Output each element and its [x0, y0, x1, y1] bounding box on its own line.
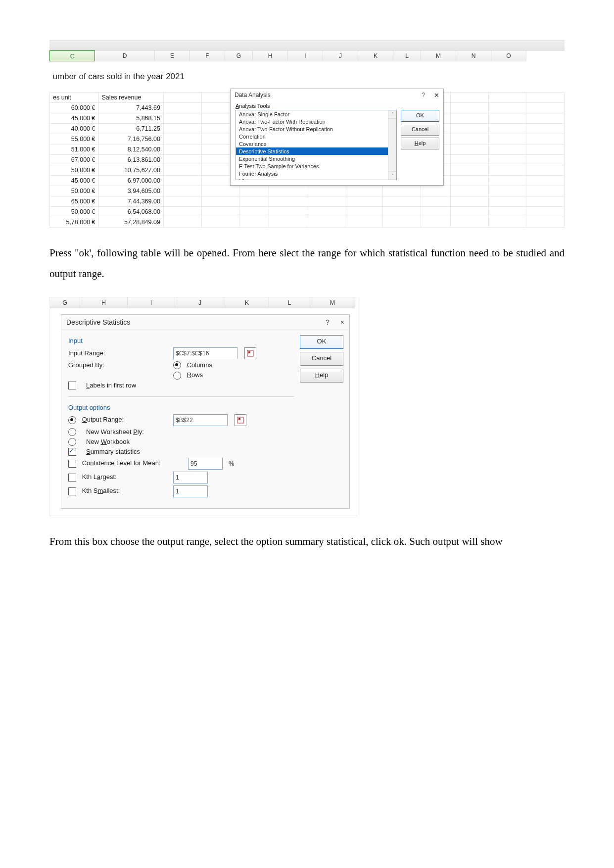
cell[interactable]: 8,12,540.00 [98, 144, 163, 154]
list-item-selected[interactable]: Descriptive Statistics [236, 147, 396, 155]
column-header-H[interactable]: H [80, 297, 128, 308]
column-header-O[interactable]: O [491, 50, 526, 61]
column-header-K[interactable]: K [225, 297, 269, 308]
cell[interactable]: 6,97,000.00 [98, 175, 163, 186]
help-icon[interactable]: ? [422, 92, 425, 98]
cancel-button[interactable]: Cancel [300, 352, 343, 366]
cell[interactable]: 3,94,605.00 [98, 186, 163, 196]
cell[interactable]: 55,000 € [50, 134, 99, 144]
radio-rows[interactable] [173, 372, 181, 380]
column-header-I[interactable]: I [128, 297, 175, 308]
cancel-button[interactable]: Cancel [401, 124, 439, 136]
output-range-field[interactable]: $B$22 [173, 414, 228, 426]
list-item[interactable]: Correlation [236, 133, 396, 140]
kth-largest-field[interactable]: 1 [173, 472, 208, 483]
analysis-tools-listbox[interactable]: Anova: Single Factor Anova: Two-Factor W… [236, 110, 397, 180]
help-button[interactable]: Help [300, 369, 343, 383]
range-select-icon[interactable] [235, 414, 246, 426]
column-header-M[interactable]: M [421, 50, 456, 61]
check-confidence-level[interactable] [68, 460, 76, 468]
output-options-heading: Output options [68, 404, 294, 411]
column-header-L[interactable]: L [393, 50, 421, 61]
radio-output-range[interactable] [68, 416, 76, 424]
list-item[interactable]: Covariance [236, 140, 396, 147]
list-item[interactable]: Anova: Single Factor [236, 110, 396, 118]
range-select-icon[interactable] [244, 347, 256, 359]
cell[interactable]: 45,000 € [50, 113, 99, 123]
kth-smallest-field[interactable]: 1 [173, 485, 208, 497]
column-header-H[interactable]: H [253, 50, 288, 61]
input-range-label: Input Range: [68, 349, 167, 357]
analysis-tools-label: Analysis Tools [231, 101, 443, 110]
cell[interactable]: 50,000 € [50, 165, 99, 175]
close-icon[interactable]: ✕ [434, 92, 439, 99]
cell[interactable]: 5,868.15 [98, 113, 163, 123]
column-header-J[interactable]: J [323, 50, 358, 61]
cell[interactable]: 40,000 € [50, 123, 99, 134]
input-range-field[interactable]: $C$7:$C$16 [173, 347, 237, 359]
kth-largest-label: Kth Largest: [82, 473, 117, 481]
cell[interactable]: 50,000 € [50, 206, 99, 217]
percent-label: % [229, 460, 235, 467]
svg-rect-1 [248, 351, 250, 353]
figure-2-descriptive-statistics: G H I J K L M Descriptive Statistics ? ×… [49, 297, 357, 516]
scroll-up-icon[interactable]: ˄ [388, 110, 396, 119]
list-item[interactable]: Histogram [236, 177, 396, 180]
dialog-titlebar: Descriptive Statistics ? × [61, 315, 349, 330]
column-header-E[interactable]: E [155, 50, 190, 61]
check-labels-first-row[interactable] [68, 382, 76, 389]
column-header-D[interactable]: D [95, 50, 155, 61]
cell[interactable]: 5,78,000 € [50, 217, 99, 227]
scroll-down-icon[interactable]: ˅ [388, 171, 396, 180]
cell[interactable]: 51,000 € [50, 144, 99, 154]
ok-button[interactable]: OK [300, 335, 343, 349]
help-button[interactable]: Help [401, 138, 439, 149]
window-chrome-strip [49, 41, 565, 50]
radio-new-workbook[interactable] [68, 438, 76, 446]
check-summary-statistics[interactable] [68, 448, 76, 456]
cell[interactable]: 60,000 € [50, 102, 99, 113]
column-header-I[interactable]: I [288, 50, 323, 61]
header-sales-revenue: Sales revenue [98, 92, 163, 102]
column-header-K[interactable]: K [358, 50, 393, 61]
close-icon[interactable]: × [340, 318, 344, 326]
check-kth-smallest[interactable] [68, 487, 76, 495]
check-kth-largest[interactable] [68, 474, 76, 482]
column-header-M[interactable]: M [310, 297, 355, 308]
ok-button[interactable]: OK [401, 110, 439, 122]
document-page: C D E F G H I J K L M N O umber of cars … [0, 0, 614, 594]
cell[interactable]: 7,16,756.00 [98, 134, 163, 144]
radio-rows-label: Rows [187, 371, 203, 379]
list-item[interactable]: Anova: Two-Factor With Replication [236, 118, 396, 125]
radio-columns[interactable] [173, 361, 181, 369]
cell[interactable]: 6,13,861.00 [98, 154, 163, 165]
confidence-level-field[interactable]: 95 [188, 458, 223, 470]
help-icon[interactable]: ? [326, 318, 330, 326]
list-item[interactable]: Exponential Smoothing [236, 155, 396, 162]
column-headers-2: G H I J K L M [50, 297, 357, 308]
cell[interactable]: 7,44,369.00 [98, 196, 163, 206]
column-header-G[interactable]: G [50, 297, 80, 308]
cell[interactable]: 10,75,627.00 [98, 165, 163, 175]
header-es-unit: es unit [50, 92, 99, 102]
figure-1-spreadsheet: C D E F G H I J K L M N O umber of cars … [49, 40, 565, 228]
cell[interactable]: 6,711.25 [98, 123, 163, 134]
scrollbar[interactable]: ˄ ˅ [388, 110, 396, 180]
column-header-J[interactable]: J [175, 297, 225, 308]
radio-new-worksheet[interactable] [68, 428, 76, 436]
cell[interactable]: 7,443.69 [98, 102, 163, 113]
column-header-F[interactable]: F [190, 50, 225, 61]
cell[interactable]: 65,000 € [50, 196, 99, 206]
cell[interactable]: 50,000 € [50, 186, 99, 196]
column-header-L[interactable]: L [269, 297, 310, 308]
list-item[interactable]: F-Test Two-Sample for Variances [236, 162, 396, 170]
list-item[interactable]: Anova: Two-Factor Without Replication [236, 125, 396, 133]
list-item[interactable]: Fourier Analysis [236, 170, 396, 177]
cell[interactable]: 6,54,068.00 [98, 206, 163, 217]
cell[interactable]: 45,000 € [50, 175, 99, 186]
column-header-C[interactable]: C [49, 50, 95, 61]
column-header-N[interactable]: N [456, 50, 491, 61]
column-header-G[interactable]: G [225, 50, 253, 61]
cell[interactable]: 57,28,849.09 [98, 217, 163, 227]
cell[interactable]: 67,000 € [50, 154, 99, 165]
